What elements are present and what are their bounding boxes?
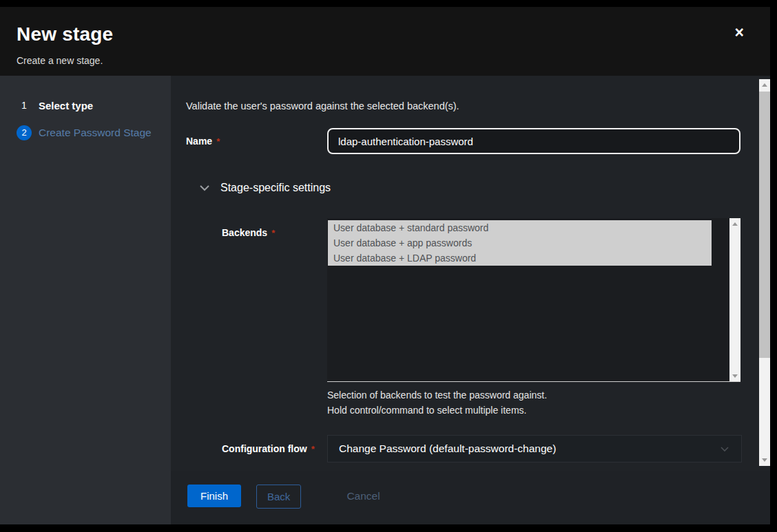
new-stage-dialog: New stage Create a new stage. × 1 Select…	[0, 7, 770, 524]
select-caret-icon	[721, 447, 729, 452]
wizard-step-create-password-stage[interactable]: 2 Create Password Stage	[0, 124, 171, 142]
cancel-button[interactable]: Cancel	[346, 485, 380, 508]
triangle-down-icon	[732, 374, 738, 378]
section-title: Stage-specific settings	[220, 182, 331, 194]
step-label: Select type	[39, 100, 93, 111]
backend-option-selected[interactable]: User database + standard password	[328, 220, 712, 235]
configuration-flow-select[interactable]: Change Password (default-password-change…	[327, 435, 742, 462]
name-input[interactable]: ldap-authentication-password	[327, 128, 740, 154]
dialog-footer: Finish Back Cancel	[171, 471, 770, 524]
step-number: 1	[17, 98, 32, 113]
scrollbar-up-button[interactable]	[759, 79, 770, 91]
name-label: Name	[186, 136, 212, 147]
dialog-header: New stage Create a new stage. ×	[0, 7, 770, 76]
close-icon: ×	[735, 23, 744, 41]
back-button[interactable]: Back	[256, 485, 301, 509]
triangle-up-icon	[762, 83, 767, 87]
backend-option-selected[interactable]: User database + app passwords	[328, 235, 712, 251]
wizard-main: Validate the user's password against the…	[171, 76, 770, 524]
close-button[interactable]: ×	[735, 25, 744, 41]
finish-button[interactable]: Finish	[187, 485, 241, 507]
dialog-subtitle: Create a new stage.	[17, 55, 770, 66]
triangle-up-icon	[732, 222, 738, 226]
multiselect-scrollbar[interactable]	[729, 218, 740, 381]
name-input-value: ldap-authentication-password	[338, 136, 473, 147]
wizard-step-select-type[interactable]: 1 Select type	[0, 96, 171, 114]
backends-field-row: Backends* User database + standard passw…	[186, 218, 770, 382]
wizard-content: Validate the user's password against the…	[171, 76, 770, 471]
step-label: Create Password Stage	[39, 127, 152, 139]
chevron-down-icon	[200, 185, 209, 191]
required-asterisk: *	[311, 444, 315, 454]
dialog-title: New stage	[17, 23, 770, 45]
configuration-flow-label: Configuration flow	[222, 443, 307, 454]
scroll-down-arrow[interactable]	[729, 370, 740, 381]
content-scrollbar[interactable]	[759, 79, 770, 466]
multiselect-hint-text: Hold control/command to select multiple …	[327, 405, 770, 416]
backends-help-text: Selection of backends to test the passwo…	[327, 390, 770, 401]
stage-specific-settings-toggle[interactable]: Stage-specific settings	[200, 182, 770, 194]
backends-multiselect[interactable]: User database + standard password User d…	[327, 218, 740, 382]
configuration-flow-value: Change Password (default-password-change…	[339, 443, 556, 455]
scrollbar-down-button[interactable]	[759, 454, 770, 466]
backends-label: Backends	[222, 227, 267, 238]
required-asterisk: *	[271, 228, 275, 238]
name-field-row: Name* ldap-authentication-password	[186, 128, 770, 154]
configuration-flow-row: Configuration flow* Change Password (def…	[186, 435, 770, 462]
step-number-badge: 2	[17, 125, 32, 140]
scrollbar-thumb[interactable]	[759, 92, 770, 358]
backend-option-selected[interactable]: User database + LDAP password	[328, 251, 712, 266]
scroll-up-arrow[interactable]	[729, 218, 740, 229]
stage-description: Validate the user's password against the…	[171, 76, 770, 111]
dialog-body: 1 Select type 2 Create Password Stage Va…	[0, 76, 770, 524]
required-asterisk: *	[216, 136, 220, 147]
wizard-nav: 1 Select type 2 Create Password Stage	[0, 76, 171, 524]
triangle-down-icon	[762, 458, 767, 462]
